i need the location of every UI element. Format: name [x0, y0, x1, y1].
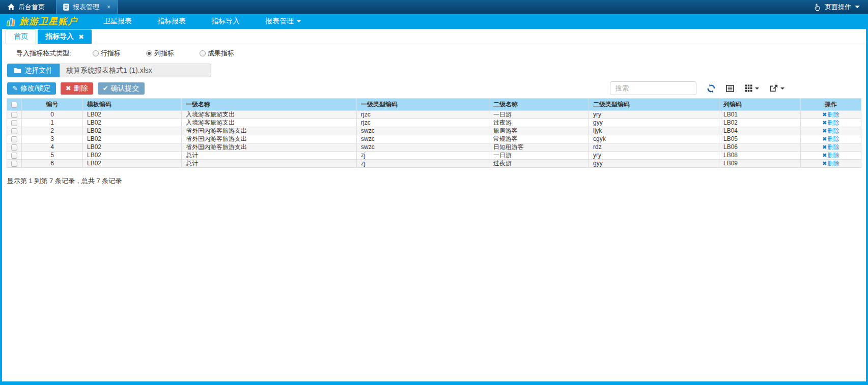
radio-group: 行指标列指标成果指标 [93, 49, 260, 58]
columns-button[interactable] [745, 84, 759, 92]
header-level1-type-code[interactable]: 一级类型编码 [357, 99, 489, 111]
window-tab-close-icon[interactable]: × [107, 4, 110, 11]
table-cell: gyy [589, 119, 719, 127]
nav-item-indicator-import[interactable]: 指标导入 [199, 17, 253, 26]
header-level1-name[interactable]: 一级名称 [182, 99, 357, 111]
table-cell: LB02 [83, 143, 182, 152]
row-checkbox[interactable] [11, 112, 17, 118]
delete-x-icon: ✖ [822, 120, 827, 126]
table-cell: 6 [22, 160, 83, 168]
delete-button-label: 删除 [74, 84, 88, 93]
row-delete-link[interactable]: ✖删除 [822, 152, 839, 159]
chevron-down-icon [780, 87, 785, 90]
tab-home[interactable]: 首页 [6, 29, 36, 44]
modify-lock-button[interactable]: ✎ 修改/锁定 [7, 82, 56, 95]
table-cell: 入境游客旅游支出 [182, 119, 357, 127]
nav-menu: 卫星报表 指标报表 指标导入 报表管理 [91, 17, 314, 26]
delete-button[interactable]: ✖ 删除 [61, 82, 93, 95]
row-checkbox[interactable] [11, 144, 17, 151]
row-delete-link[interactable]: ✖删除 [822, 127, 839, 134]
table-cell: LB09 [719, 160, 801, 168]
content-panel: 首页 指标导入 ✖ 导入指标格式类型: 行指标列指标成果指标 选择文件 核算系统… [2, 29, 866, 381]
brand: 旅游卫星账户 [6, 15, 77, 27]
table-cell: LB01 [719, 111, 801, 119]
brand-title: 旅游卫星账户 [19, 15, 77, 27]
header-column-code[interactable]: 列编码 [719, 99, 801, 111]
header-template-code[interactable]: 模板编码 [83, 99, 182, 111]
chevron-down-icon [855, 6, 860, 8]
row-delete-link[interactable]: ✖删除 [822, 160, 839, 167]
table-cell: zj [357, 152, 489, 160]
page-actions-menu[interactable]: 页面操作 [814, 0, 868, 14]
toggle-view-button[interactable] [726, 84, 734, 93]
row-checkbox[interactable] [11, 161, 17, 167]
report-manage-window-tab[interactable]: 报表管理 × [56, 0, 118, 14]
hand-pointer-icon [814, 3, 821, 11]
backstage-home-label: 后台首页 [18, 3, 45, 12]
export-icon [770, 84, 778, 93]
row-checkbox-cell [7, 143, 22, 152]
select-all-checkbox[interactable] [11, 102, 17, 108]
nav-item-indicator-report[interactable]: 指标报表 [145, 17, 199, 26]
tab-close-icon[interactable]: ✖ [78, 33, 84, 41]
confirm-submit-button[interactable]: ✔ 确认提交 [98, 82, 145, 95]
delete-x-icon: ✖ [822, 160, 827, 166]
header-number[interactable]: 编号 [22, 99, 83, 111]
table-cell: LB02 [83, 119, 182, 127]
table-cell: 1 [22, 119, 83, 127]
chevron-down-icon [297, 20, 301, 22]
row-delete-link[interactable]: ✖删除 [822, 143, 839, 151]
radio-option[interactable]: 成果指标 [200, 49, 234, 58]
check-icon: ✔ [103, 84, 108, 92]
table-cell: 省外国内游客旅游支出 [182, 127, 357, 135]
table-cell: swzc [357, 127, 489, 135]
table-cell: 4 [22, 143, 83, 152]
header-level2-type-code[interactable]: 二级类型编码 [589, 99, 719, 111]
nav-item-report-manage[interactable]: 报表管理 [253, 17, 314, 26]
row-checkbox[interactable] [11, 120, 17, 126]
inner-tabstrip: 首页 指标导入 ✖ [2, 29, 866, 44]
pencil-icon: ✎ [12, 84, 18, 92]
radio-unchecked-icon [93, 50, 99, 56]
main-nav: 旅游卫星账户 卫星报表 指标报表 指标导入 报表管理 [0, 14, 868, 29]
row-checkbox-cell [7, 119, 22, 127]
table-row: 3LB02省外国内游客旅游支出swzc常规游客cgykLB05✖删除 [7, 135, 861, 143]
row-checkbox[interactable] [11, 128, 17, 134]
radio-option-label: 列指标 [154, 49, 174, 58]
radio-option[interactable]: 列指标 [146, 49, 174, 58]
row-actions-cell: ✖删除 [801, 135, 861, 143]
table-cell: LB04 [719, 127, 801, 135]
row-checkbox[interactable] [11, 136, 17, 142]
nav-item-satellite-report[interactable]: 卫星报表 [91, 17, 145, 26]
file-chooser: 选择文件 核算系统报表格式1 (1).xlsx [7, 64, 866, 77]
indicator-table: 编号 模板编码 一级名称 一级类型编码 二级名称 二级类型编码 列编码 操作 0… [7, 98, 861, 168]
tab-indicator-import[interactable]: 指标导入 ✖ [38, 29, 92, 44]
row-actions-cell: ✖删除 [801, 111, 861, 119]
row-delete-link[interactable]: ✖删除 [822, 111, 839, 118]
folder-icon [14, 68, 21, 74]
export-button[interactable] [770, 84, 785, 93]
table-cell: 旅居游客 [489, 127, 589, 135]
table-cell: rjzc [357, 111, 489, 119]
delete-x-icon: ✖ [822, 152, 827, 158]
table-cell: swzc [357, 143, 489, 152]
row-delete-link[interactable]: ✖删除 [822, 135, 839, 142]
backstage-home-tab[interactable]: 后台首页 [0, 0, 56, 14]
header-level2-name[interactable]: 二级名称 [489, 99, 589, 111]
select-all-header-cell [7, 99, 22, 111]
table-cell: LB08 [719, 152, 801, 160]
x-icon: ✖ [66, 84, 71, 92]
choose-file-button[interactable]: 选择文件 [7, 64, 60, 77]
search-input[interactable] [610, 81, 696, 95]
table-toolbar: ✎ 修改/锁定 ✖ 删除 ✔ 确认提交 [7, 81, 861, 95]
home-icon [8, 4, 15, 10]
row-checkbox[interactable] [11, 153, 17, 159]
refresh-button[interactable] [707, 84, 715, 93]
table-cell: yry [589, 111, 719, 119]
radio-option[interactable]: 行指标 [93, 49, 121, 58]
table-cell: LB02 [719, 119, 801, 127]
row-actions-cell: ✖删除 [801, 160, 861, 168]
row-delete-link[interactable]: ✖删除 [822, 119, 839, 126]
table-header-row: 编号 模板编码 一级名称 一级类型编码 二级名称 二级类型编码 列编码 操作 [7, 99, 861, 111]
table-cell: 0 [22, 111, 83, 119]
